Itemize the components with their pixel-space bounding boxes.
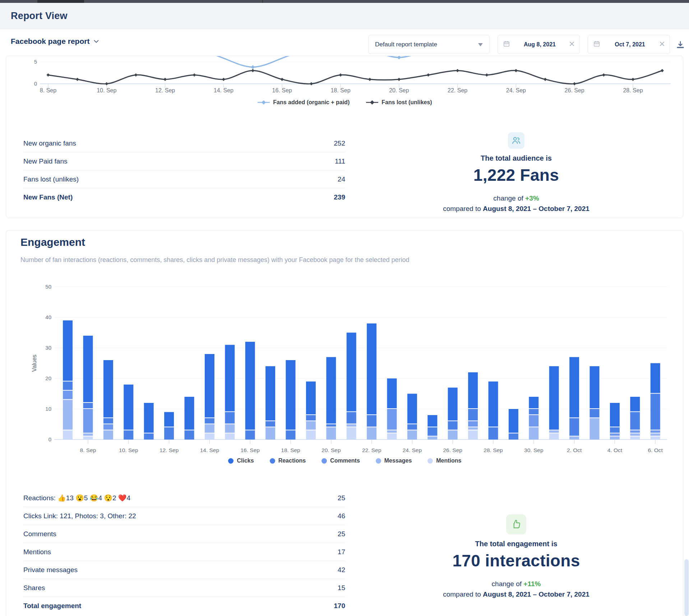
svg-text:28. Sep: 28. Sep	[484, 447, 503, 453]
bar-segment-comments	[610, 433, 620, 436]
bar-segment-clicks	[245, 342, 255, 430]
bar-segment-clicks	[590, 366, 600, 408]
table-row: New Paid fans111	[23, 152, 345, 170]
svg-text:10. Sep: 10. Sep	[119, 447, 138, 453]
table-row: Mentions17	[23, 543, 345, 561]
template-select[interactable]: Default report template	[368, 35, 490, 54]
bar-segment-clicks	[427, 415, 437, 427]
table-row: Private messages42	[23, 561, 345, 579]
bar-segment-clicks	[306, 382, 316, 415]
bar-segment-reactions	[590, 409, 600, 418]
engagement-compared-range: August 8, 2021 – October 7, 2021	[483, 590, 589, 598]
page-header: Report View	[0, 3, 689, 29]
svg-text:10: 10	[45, 406, 51, 412]
data-point-marker	[485, 73, 488, 77]
bar-segment-clicks	[569, 357, 579, 418]
legend-dot-icon	[270, 458, 275, 464]
bar-segment-clicks	[124, 385, 133, 430]
legend-item-fans-added-organic-paid[interactable]: Fans added (organic + paid)	[258, 99, 350, 106]
legend-label: Fans lost (unlikes)	[382, 99, 432, 106]
legend-label: Messages	[384, 458, 412, 464]
bar-segment-messages	[630, 433, 640, 436]
svg-text:12. Sep: 12. Sep	[159, 447, 179, 453]
bar-segment-clicks	[185, 397, 194, 430]
svg-text:0: 0	[48, 436, 51, 442]
svg-text:8. Sep: 8. Sep	[80, 447, 96, 453]
svg-text:14. Sep: 14. Sep	[214, 87, 233, 93]
legend-dot-icon	[427, 458, 433, 464]
bar-segment-clicks	[205, 354, 214, 418]
legend-item-reactions[interactable]: Reactions	[270, 458, 306, 464]
report-name-label: Facebook page report	[11, 37, 89, 46]
audience-summary: The total audience is 1,222 Fans change …	[416, 132, 617, 213]
page-title: Report View	[11, 10, 68, 22]
data-point-marker	[163, 78, 167, 81]
svg-text:30. Sep: 30. Sep	[524, 447, 543, 453]
bar-segment-messages	[205, 424, 214, 433]
legend-item-comments[interactable]: Comments	[322, 458, 360, 464]
legend-label: Reactions	[278, 458, 306, 464]
bar-segment-mentions	[387, 433, 397, 440]
svg-text:14. Sep: 14. Sep	[200, 447, 219, 453]
row-label: Comments	[23, 530, 56, 538]
date-to-value: Oct 7, 2021	[615, 41, 645, 48]
bar-segment-clicks	[549, 366, 559, 430]
row-value: 170	[334, 602, 345, 610]
row-label: New Fans (Net)	[23, 193, 73, 201]
report-name-dropdown[interactable]: Facebook page report	[11, 37, 99, 46]
data-point-marker	[573, 82, 576, 85]
bar-segment-reactions	[306, 415, 316, 420]
bar-segment-reactions	[468, 409, 478, 420]
svg-text:4. Oct: 4. Oct	[607, 447, 623, 453]
bar-segment-messages	[427, 437, 437, 440]
engagement-compared: compared to August 8, 2021 – October 7, …	[416, 590, 617, 598]
bar-segment-clicks	[448, 388, 458, 421]
audience-table: New organic fans252New Paid fans111Fans …	[23, 134, 345, 206]
bar-segment-mentions	[205, 433, 214, 440]
legend-item-fans-lost-unlikes[interactable]: Fans lost (unlikes)	[366, 99, 432, 106]
bar-segment-messages	[549, 431, 559, 433]
audience-card: 508. Sep10. Sep12. Sep14. Sep16. Sep18. …	[6, 56, 683, 218]
svg-text:0: 0	[34, 81, 37, 87]
table-row: Total engagement170	[23, 597, 345, 615]
bar-segment-messages	[103, 431, 113, 440]
legend-item-messages[interactable]: Messages	[376, 458, 412, 464]
row-value: 42	[338, 566, 345, 574]
row-label: Reactions: 👍13 😮5 😂4 😯2 ❤️4	[23, 494, 130, 502]
table-row: Comments25	[23, 525, 345, 543]
date-to-input[interactable]: Oct 7, 2021	[588, 35, 670, 54]
line-marker-icon	[366, 100, 378, 105]
engagement-change: change of +11%	[416, 580, 617, 588]
clipped-tab-text	[37, 0, 84, 3]
svg-text:Values: Values	[31, 355, 37, 372]
legend-item-mentions[interactable]: Mentions	[427, 458, 461, 464]
legend-item-clicks[interactable]: Clicks	[228, 458, 254, 464]
data-point-marker	[46, 73, 50, 77]
bar-segment-messages	[569, 437, 579, 440]
bar-segment-mentions	[549, 433, 559, 440]
bar-segment-clicks	[347, 333, 356, 412]
bar-segment-reactions	[265, 421, 275, 427]
svg-text:6. Oct: 6. Oct	[648, 447, 663, 453]
audience-total-value: 1,222 Fans	[416, 165, 617, 185]
data-point-marker	[251, 69, 254, 72]
clear-date-icon[interactable]	[660, 41, 665, 48]
vertical-scrollbar-thumb[interactable]	[684, 559, 689, 616]
data-point-marker	[370, 100, 374, 105]
thumbs-up-icon	[506, 514, 526, 534]
row-label: Private messages	[23, 566, 78, 574]
bar-segment-reactions	[144, 433, 154, 440]
bar-segment-messages	[407, 431, 417, 440]
download-button[interactable]	[675, 39, 686, 51]
svg-text:18. Sep: 18. Sep	[330, 87, 350, 93]
bar-segment-reactions	[205, 418, 214, 424]
bar-segment-clicks	[286, 360, 296, 430]
data-point-marker	[397, 78, 401, 81]
audience-change-percent: +3%	[525, 194, 539, 202]
svg-text:20. Sep: 20. Sep	[389, 87, 409, 93]
clear-date-icon[interactable]	[569, 41, 574, 48]
engagement-chart-legend: ClicksReactionsCommentsMessagesMentions	[6, 458, 683, 464]
legend-label: Clicks	[237, 458, 254, 464]
date-from-input[interactable]: Aug 8, 2021	[498, 35, 580, 54]
bar-segment-clicks	[164, 412, 174, 427]
